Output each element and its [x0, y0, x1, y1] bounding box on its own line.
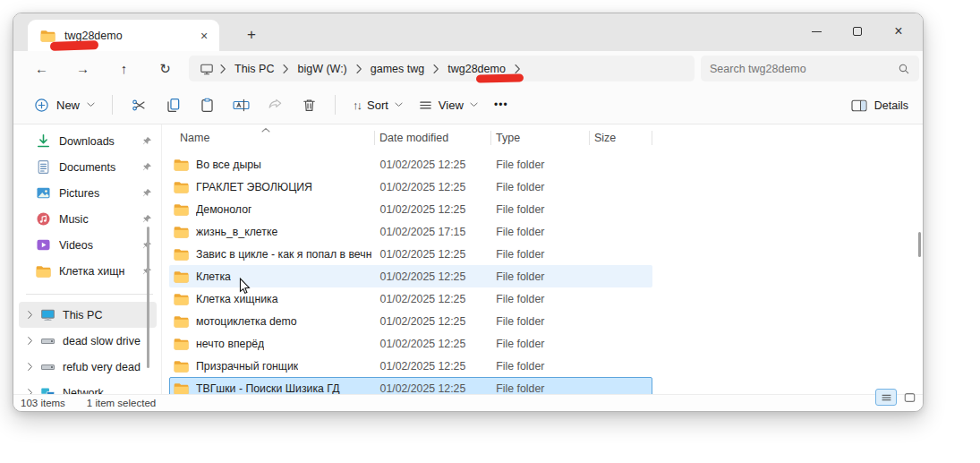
breadcrumb-bigw-drive[interactable]: bigW (W:) [293, 60, 351, 78]
maximize-button[interactable] [837, 17, 878, 46]
file-type: File folder [490, 270, 589, 283]
close-button[interactable]: × [878, 17, 919, 46]
delete-button[interactable] [292, 90, 326, 119]
file-name: ГРАКЛЕТ ЭВОЛЮЦИЯ [196, 181, 312, 193]
tab-bar: twg28demo × + × [13, 13, 923, 51]
sidebar-item-label: dead slow drive [63, 335, 141, 347]
file-row[interactable]: мотоциклетка demo 01/02/2025 12:25 File … [169, 310, 652, 332]
cut-button[interactable] [122, 90, 156, 119]
view-button[interactable]: View [411, 90, 486, 119]
forward-button[interactable]: → [71, 56, 95, 81]
column-separator[interactable] [589, 131, 590, 145]
search-box[interactable] [701, 56, 919, 81]
column-separator[interactable] [490, 131, 491, 145]
sidebar-item-downloads[interactable]: Downloads [16, 128, 159, 154]
drive-icon [40, 333, 55, 348]
pin-icon [141, 214, 152, 225]
rename-button[interactable] [224, 90, 258, 119]
pin-icon [141, 136, 152, 147]
up-button[interactable]: ↑ [112, 56, 136, 81]
breadcrumb-this-pc[interactable]: This PC [230, 60, 278, 78]
sidebar-divider [26, 294, 153, 295]
sidebar-item-label: Pictures [59, 187, 133, 200]
search-input[interactable] [710, 63, 898, 75]
refresh-button[interactable]: ↻ [153, 56, 177, 81]
file-name: Во все дыры [196, 159, 261, 171]
file-date: 01/02/2025 12:25 [375, 270, 491, 283]
file-date: 01/02/2025 12:25 [375, 203, 491, 216]
details-view-toggle[interactable] [875, 389, 897, 406]
file-explorer-window: twg28demo × + × ← → ↑ ↻ This PC [13, 13, 924, 412]
chevron-right-icon[interactable] [27, 388, 33, 394]
chevron-right-icon[interactable] [27, 362, 33, 372]
new-button[interactable]: New [26, 90, 103, 119]
sidebar-item-network[interactable]: Network [19, 380, 157, 394]
new-tab-button[interactable]: + [239, 23, 264, 46]
drive-icon [40, 359, 55, 374]
sort-button-label: Sort [367, 99, 388, 112]
sidebar-item-dead-slow-drive[interactable]: dead slow drive [19, 328, 157, 354]
sidebar-item-label: Downloads [59, 135, 133, 148]
folder-icon [174, 248, 189, 261]
share-button[interactable] [258, 90, 292, 119]
this-pc-icon [40, 307, 55, 322]
copy-button[interactable] [156, 90, 190, 119]
sidebar-item-kletka-pinned-folder[interactable]: Клетка хищн [16, 258, 159, 284]
sort-ascending-icon [261, 127, 270, 133]
sidebar-item-refub-very-dead[interactable]: refub very dead [19, 354, 157, 380]
file-row[interactable]: нечто вперёд 01/02/2025 12:25 File folde… [169, 332, 652, 355]
column-separator[interactable] [652, 131, 652, 145]
chevron-right-icon[interactable] [27, 310, 33, 320]
search-icon [898, 63, 910, 75]
sidebar-item-pictures[interactable]: Pictures [16, 180, 159, 206]
file-row[interactable]: Завис в цикле - как я попал в вечный к..… [169, 243, 652, 265]
column-separator[interactable] [374, 131, 375, 145]
more-options-button[interactable]: ••• [486, 90, 516, 119]
file-list-scrollbar-thumb[interactable] [918, 232, 921, 257]
details-pane-button[interactable]: Details [851, 86, 908, 124]
column-header-date-modified[interactable]: Date modified [374, 132, 490, 144]
column-header-type[interactable]: Type [490, 132, 589, 144]
tab-close-icon[interactable]: × [194, 26, 214, 46]
file-type: File folder [490, 360, 589, 373]
documents-icon [36, 159, 51, 175]
minimize-button[interactable] [796, 17, 837, 46]
share-icon [268, 98, 283, 113]
sidebar-item-this-pc[interactable]: This PC [19, 302, 157, 328]
sidebar-item-music[interactable]: Music [16, 206, 159, 232]
sidebar-item-videos[interactable]: Videos [16, 232, 159, 258]
file-row[interactable]: Во все дыры 01/02/2025 12:25 File folder [169, 153, 652, 176]
red-marker-breadcrumb-underline [476, 73, 524, 82]
paste-button[interactable] [190, 90, 224, 119]
folder-icon [174, 270, 189, 283]
column-header-size[interactable]: Size [589, 132, 652, 144]
back-button[interactable]: ← [30, 56, 54, 81]
file-row-selected[interactable]: ТВГшки - Поиски Шизика ГД 01/02/2025 12:… [169, 377, 652, 394]
file-name: Клетка [196, 270, 231, 283]
breadcrumb: This PC bigW (W:) games twg twg28demo [189, 56, 695, 81]
column-header-name[interactable]: Name [169, 132, 374, 144]
pictures-icon [36, 185, 51, 201]
file-row[interactable]: жизнь_в_клетке 01/02/2025 17:15 File fol… [169, 220, 652, 243]
folder-icon [174, 315, 189, 328]
explorer-body: Downloads Documents Pictures Music [13, 124, 923, 394]
file-row[interactable]: Демонолог 01/02/2025 12:25 File folder [169, 198, 652, 220]
view-toggles [875, 389, 920, 406]
navigation-pane: Downloads Documents Pictures Music [13, 124, 162, 394]
file-row[interactable]: ГРАКЛЕТ ЭВОЛЮЦИЯ 01/02/2025 12:25 File f… [169, 176, 652, 198]
navigation-bar: ← → ↑ ↻ This PC bigW (W:) games twg twg2… [13, 51, 923, 86]
file-type: File folder [490, 338, 589, 350]
sidebar-item-label: Videos [59, 239, 133, 252]
sidebar-scrollbar-thumb[interactable] [147, 227, 149, 368]
file-date: 01/02/2025 12:25 [375, 360, 491, 373]
file-name: Демонолог [196, 203, 251, 216]
chevron-right-icon[interactable] [27, 336, 33, 346]
breadcrumb-games-twg[interactable]: games twg [366, 60, 429, 78]
thumbnail-view-toggle[interactable] [899, 389, 920, 406]
chevron-right-icon [219, 64, 226, 74]
sidebar-item-documents[interactable]: Documents [16, 154, 159, 180]
sidebar-item-label: This PC [63, 309, 102, 322]
file-row[interactable]: Призрачный гонщик 01/02/2025 12:25 File … [169, 355, 652, 377]
sort-button[interactable]: ↑↓ Sort [345, 90, 411, 119]
folder-icon [40, 30, 55, 42]
